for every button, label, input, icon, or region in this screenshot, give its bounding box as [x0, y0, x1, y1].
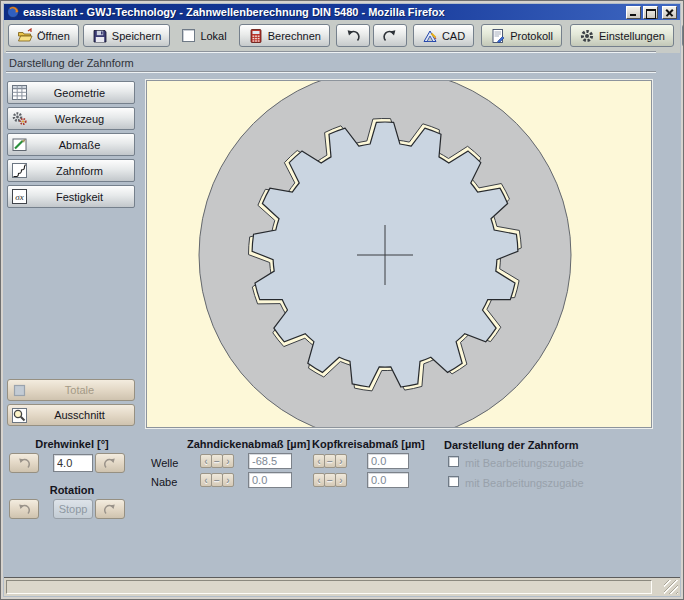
angle-input[interactable]	[53, 454, 93, 472]
gear-drawing-canvas[interactable]	[146, 80, 652, 428]
toolbar-separator	[6, 51, 656, 53]
ausschnitt-button-label: Ausschnitt	[28, 409, 131, 421]
tooth-profile-icon	[11, 162, 28, 179]
tooth-allowance-header: Zahndickenabmaß [µm]	[187, 438, 310, 450]
svg-text:σx: σx	[15, 192, 23, 202]
save-button-label: Speichern	[112, 30, 162, 42]
undo-button[interactable]	[336, 24, 370, 47]
sidebar-item-label: Abmaße	[28, 139, 131, 151]
machining-allowance-label-1: mit Bearbeitungszugabe	[465, 457, 584, 469]
display-options-header: Darstellung der Zahnform	[444, 439, 578, 451]
row-label-welle: Welle	[151, 457, 178, 469]
sidebar-item-zahnform[interactable]: Zahnform	[7, 159, 135, 182]
resize-grip[interactable]	[664, 580, 678, 594]
sidebar-item-label: Werkzeug	[28, 113, 131, 125]
nabe-tooth-input[interactable]	[248, 472, 292, 488]
angle-label: Drehwinkel [°]	[7, 438, 137, 450]
totale-button-label: Totale	[28, 384, 131, 396]
rotate-cw-icon	[103, 503, 117, 516]
section-separator	[6, 71, 656, 73]
open-button-label: Öffnen	[37, 30, 70, 42]
redo-icon	[382, 29, 398, 43]
main-toolbar: Öffnen Speichern Lokal	[4, 20, 680, 53]
nabe-tip-spinner: ‹−›	[313, 473, 346, 487]
minimize-button[interactable]	[626, 6, 641, 19]
sidebar-item-geometrie[interactable]: Geometrie	[7, 81, 135, 104]
save-button[interactable]: Speichern	[83, 24, 171, 47]
protocol-button-label: Protokoll	[510, 30, 553, 42]
cad-button[interactable]: CAD	[413, 24, 474, 47]
sigma-strength-icon: σx	[11, 188, 28, 205]
cad-button-label: CAD	[442, 30, 465, 42]
totale-button: Totale	[7, 379, 135, 401]
maximize-button[interactable]	[643, 6, 658, 19]
protocol-button[interactable]: Protokoll	[481, 24, 562, 47]
calculate-button-label: Berechnen	[268, 30, 321, 42]
protocol-document-icon	[490, 28, 506, 44]
nabe-tip-input[interactable]	[367, 472, 409, 488]
sidebar-item-label: Zahnform	[28, 165, 131, 177]
row-label-nabe: Nabe	[151, 476, 177, 488]
spinner-right-icon[interactable]: ›	[222, 473, 234, 487]
status-bar	[4, 577, 680, 596]
sidebar-item-abmasse[interactable]: Abmaße	[7, 133, 135, 156]
geometry-grid-icon	[11, 84, 28, 101]
settings-button-label: Einstellungen	[599, 30, 665, 42]
tolerance-pencil-icon	[11, 136, 28, 153]
local-checkbox-group: Lokal	[182, 29, 226, 42]
machining-allowance-checkbox-1	[448, 456, 459, 467]
machining-allowance-checkbox-2	[448, 476, 459, 487]
welle-tooth-spinner: ‹−›	[200, 454, 233, 468]
sidebar-item-werkzeug[interactable]: Werkzeug	[7, 107, 135, 130]
nabe-tooth-spinner: ‹−›	[200, 473, 233, 487]
calculator-icon	[248, 28, 264, 44]
page-title: Darstellung der Zahnform	[9, 57, 134, 69]
close-button[interactable]	[662, 6, 677, 19]
rotate-ccw-button[interactable]	[9, 453, 39, 473]
spinner-right-icon[interactable]: ›	[335, 454, 347, 468]
save-floppy-icon	[92, 28, 108, 44]
tool-gears-icon	[11, 110, 28, 127]
gear-canvas-svg	[147, 81, 651, 427]
settings-gear-icon	[579, 28, 595, 44]
full-view-icon	[11, 382, 28, 399]
rotate-cw-icon	[103, 457, 117, 470]
cad-icon	[422, 28, 438, 44]
sidebar-item-label: Geometrie	[28, 87, 131, 99]
welle-tip-input[interactable]	[367, 453, 409, 469]
stop-button-label: Stopp	[59, 503, 88, 515]
rotate-cw-button[interactable]	[95, 453, 125, 473]
spinner-right-icon[interactable]: ›	[222, 454, 234, 468]
app-window: eassistant - GWJ-Technology - Zahnwellen…	[0, 0, 684, 600]
calculate-button[interactable]: Berechnen	[239, 24, 330, 47]
local-checkbox[interactable]	[182, 29, 195, 42]
redo-button[interactable]	[373, 24, 407, 47]
welle-tooth-input[interactable]	[248, 453, 292, 469]
title-bar: eassistant - GWJ-Technology - Zahnwellen…	[4, 4, 680, 20]
welle-tip-spinner: ‹−›	[313, 454, 346, 468]
rotation-cw-button[interactable]	[95, 499, 125, 519]
rotate-ccw-icon	[17, 457, 31, 470]
spinner-right-icon[interactable]: ›	[335, 473, 347, 487]
rotation-label: Rotation	[7, 484, 137, 496]
rotation-ccw-button[interactable]	[9, 499, 39, 519]
window-title: eassistant - GWJ-Technology - Zahnwellen…	[23, 6, 624, 18]
status-field	[6, 580, 652, 594]
sidebar-item-festigkeit[interactable]: σx Festigkeit	[7, 185, 135, 208]
machining-allowance-label-2: mit Bearbeitungszugabe	[465, 477, 584, 489]
ausschnitt-button[interactable]: Ausschnitt	[7, 404, 135, 426]
rotate-ccw-icon	[17, 503, 31, 516]
settings-button[interactable]: Einstellungen	[570, 24, 674, 47]
open-folder-icon	[17, 28, 33, 44]
firefox-icon	[7, 6, 19, 18]
undo-icon	[345, 29, 361, 43]
local-checkbox-label: Lokal	[200, 30, 226, 42]
zoom-magnifier-icon	[11, 407, 28, 424]
tip-allowance-header: Kopfkreisabmaß [µm]	[312, 438, 425, 450]
open-button[interactable]: Öffnen	[8, 24, 79, 47]
sidebar-item-label: Festigkeit	[28, 191, 131, 203]
stop-button: Stopp	[53, 499, 93, 519]
